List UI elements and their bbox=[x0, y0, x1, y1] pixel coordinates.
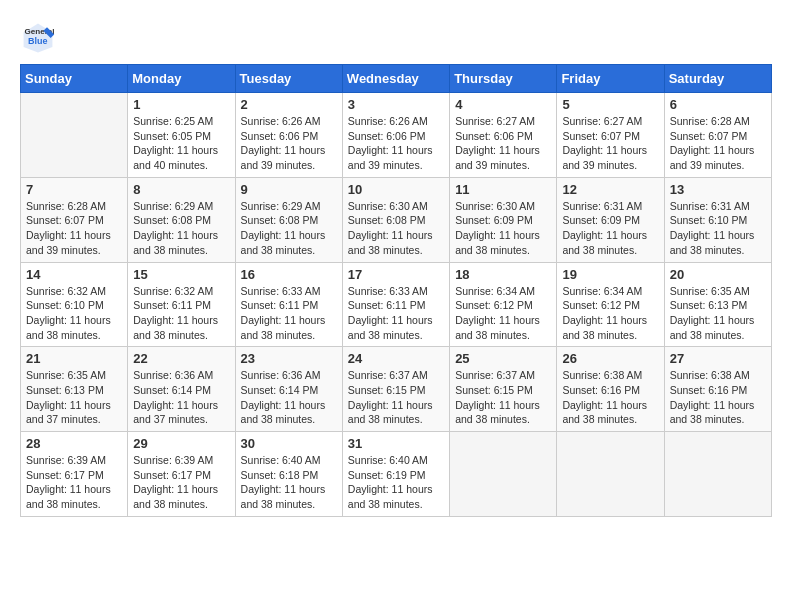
calendar-cell: 30Sunrise: 6:40 AMSunset: 6:18 PMDayligh… bbox=[235, 432, 342, 517]
daylight: Daylight: 11 hours and 38 minutes. bbox=[133, 228, 229, 257]
sunrise: Sunrise: 6:29 AM bbox=[241, 199, 337, 214]
sunset: Sunset: 6:14 PM bbox=[133, 383, 229, 398]
daylight: Daylight: 11 hours and 38 minutes. bbox=[670, 398, 766, 427]
calendar-cell: 18Sunrise: 6:34 AMSunset: 6:12 PMDayligh… bbox=[450, 262, 557, 347]
sunrise: Sunrise: 6:38 AM bbox=[670, 368, 766, 383]
day-number: 29 bbox=[133, 436, 229, 451]
sunset: Sunset: 6:07 PM bbox=[26, 213, 122, 228]
sunset: Sunset: 6:18 PM bbox=[241, 468, 337, 483]
calendar-cell: 15Sunrise: 6:32 AMSunset: 6:11 PMDayligh… bbox=[128, 262, 235, 347]
weekday-header-tuesday: Tuesday bbox=[235, 65, 342, 93]
daylight: Daylight: 11 hours and 38 minutes. bbox=[348, 398, 444, 427]
calendar-cell: 2Sunrise: 6:26 AMSunset: 6:06 PMDaylight… bbox=[235, 93, 342, 178]
calendar-cell: 27Sunrise: 6:38 AMSunset: 6:16 PMDayligh… bbox=[664, 347, 771, 432]
sunset: Sunset: 6:12 PM bbox=[562, 298, 658, 313]
day-number: 27 bbox=[670, 351, 766, 366]
day-info: Sunrise: 6:36 AMSunset: 6:14 PMDaylight:… bbox=[241, 368, 337, 427]
day-info: Sunrise: 6:26 AMSunset: 6:06 PMDaylight:… bbox=[241, 114, 337, 173]
calendar-cell: 24Sunrise: 6:37 AMSunset: 6:15 PMDayligh… bbox=[342, 347, 449, 432]
sunset: Sunset: 6:15 PM bbox=[455, 383, 551, 398]
calendar-cell bbox=[21, 93, 128, 178]
daylight: Daylight: 11 hours and 39 minutes. bbox=[562, 143, 658, 172]
weekday-header-friday: Friday bbox=[557, 65, 664, 93]
daylight: Daylight: 11 hours and 38 minutes. bbox=[348, 313, 444, 342]
day-number: 15 bbox=[133, 267, 229, 282]
daylight: Daylight: 11 hours and 38 minutes. bbox=[348, 482, 444, 511]
day-number: 12 bbox=[562, 182, 658, 197]
calendar-cell: 23Sunrise: 6:36 AMSunset: 6:14 PMDayligh… bbox=[235, 347, 342, 432]
sunset: Sunset: 6:08 PM bbox=[133, 213, 229, 228]
sunrise: Sunrise: 6:31 AM bbox=[670, 199, 766, 214]
sunrise: Sunrise: 6:28 AM bbox=[670, 114, 766, 129]
weekday-header-sunday: Sunday bbox=[21, 65, 128, 93]
calendar-cell: 21Sunrise: 6:35 AMSunset: 6:13 PMDayligh… bbox=[21, 347, 128, 432]
calendar-cell: 26Sunrise: 6:38 AMSunset: 6:16 PMDayligh… bbox=[557, 347, 664, 432]
sunrise: Sunrise: 6:35 AM bbox=[670, 284, 766, 299]
daylight: Daylight: 11 hours and 39 minutes. bbox=[348, 143, 444, 172]
day-info: Sunrise: 6:36 AMSunset: 6:14 PMDaylight:… bbox=[133, 368, 229, 427]
sunset: Sunset: 6:05 PM bbox=[133, 129, 229, 144]
day-info: Sunrise: 6:26 AMSunset: 6:06 PMDaylight:… bbox=[348, 114, 444, 173]
sunset: Sunset: 6:07 PM bbox=[562, 129, 658, 144]
daylight: Daylight: 11 hours and 38 minutes. bbox=[562, 398, 658, 427]
day-number: 13 bbox=[670, 182, 766, 197]
daylight: Daylight: 11 hours and 38 minutes. bbox=[562, 313, 658, 342]
sunrise: Sunrise: 6:32 AM bbox=[26, 284, 122, 299]
day-info: Sunrise: 6:40 AMSunset: 6:18 PMDaylight:… bbox=[241, 453, 337, 512]
day-info: Sunrise: 6:25 AMSunset: 6:05 PMDaylight:… bbox=[133, 114, 229, 173]
day-info: Sunrise: 6:39 AMSunset: 6:17 PMDaylight:… bbox=[133, 453, 229, 512]
calendar-week-4: 21Sunrise: 6:35 AMSunset: 6:13 PMDayligh… bbox=[21, 347, 772, 432]
day-number: 23 bbox=[241, 351, 337, 366]
sunset: Sunset: 6:06 PM bbox=[348, 129, 444, 144]
sunrise: Sunrise: 6:37 AM bbox=[455, 368, 551, 383]
daylight: Daylight: 11 hours and 38 minutes. bbox=[241, 398, 337, 427]
daylight: Daylight: 11 hours and 38 minutes. bbox=[562, 228, 658, 257]
day-number: 6 bbox=[670, 97, 766, 112]
day-number: 7 bbox=[26, 182, 122, 197]
day-number: 19 bbox=[562, 267, 658, 282]
calendar-cell: 8Sunrise: 6:29 AMSunset: 6:08 PMDaylight… bbox=[128, 177, 235, 262]
calendar-cell: 14Sunrise: 6:32 AMSunset: 6:10 PMDayligh… bbox=[21, 262, 128, 347]
day-info: Sunrise: 6:30 AMSunset: 6:09 PMDaylight:… bbox=[455, 199, 551, 258]
daylight: Daylight: 11 hours and 38 minutes. bbox=[133, 313, 229, 342]
calendar-week-1: 1Sunrise: 6:25 AMSunset: 6:05 PMDaylight… bbox=[21, 93, 772, 178]
sunset: Sunset: 6:16 PM bbox=[562, 383, 658, 398]
daylight: Daylight: 11 hours and 39 minutes. bbox=[241, 143, 337, 172]
day-number: 11 bbox=[455, 182, 551, 197]
day-number: 5 bbox=[562, 97, 658, 112]
sunrise: Sunrise: 6:27 AM bbox=[455, 114, 551, 129]
sunset: Sunset: 6:19 PM bbox=[348, 468, 444, 483]
daylight: Daylight: 11 hours and 38 minutes. bbox=[455, 228, 551, 257]
sunrise: Sunrise: 6:27 AM bbox=[562, 114, 658, 129]
sunset: Sunset: 6:07 PM bbox=[670, 129, 766, 144]
daylight: Daylight: 11 hours and 38 minutes. bbox=[455, 313, 551, 342]
day-number: 4 bbox=[455, 97, 551, 112]
daylight: Daylight: 11 hours and 38 minutes. bbox=[241, 228, 337, 257]
day-info: Sunrise: 6:34 AMSunset: 6:12 PMDaylight:… bbox=[455, 284, 551, 343]
calendar-cell: 9Sunrise: 6:29 AMSunset: 6:08 PMDaylight… bbox=[235, 177, 342, 262]
day-info: Sunrise: 6:32 AMSunset: 6:10 PMDaylight:… bbox=[26, 284, 122, 343]
day-info: Sunrise: 6:31 AMSunset: 6:10 PMDaylight:… bbox=[670, 199, 766, 258]
sunset: Sunset: 6:06 PM bbox=[455, 129, 551, 144]
day-info: Sunrise: 6:37 AMSunset: 6:15 PMDaylight:… bbox=[455, 368, 551, 427]
day-number: 18 bbox=[455, 267, 551, 282]
daylight: Daylight: 11 hours and 38 minutes. bbox=[348, 228, 444, 257]
sunrise: Sunrise: 6:34 AM bbox=[455, 284, 551, 299]
daylight: Daylight: 11 hours and 38 minutes. bbox=[670, 228, 766, 257]
day-info: Sunrise: 6:39 AMSunset: 6:17 PMDaylight:… bbox=[26, 453, 122, 512]
calendar-cell: 4Sunrise: 6:27 AMSunset: 6:06 PMDaylight… bbox=[450, 93, 557, 178]
sunset: Sunset: 6:11 PM bbox=[241, 298, 337, 313]
day-number: 21 bbox=[26, 351, 122, 366]
day-number: 3 bbox=[348, 97, 444, 112]
sunrise: Sunrise: 6:36 AM bbox=[241, 368, 337, 383]
daylight: Daylight: 11 hours and 39 minutes. bbox=[455, 143, 551, 172]
calendar-week-5: 28Sunrise: 6:39 AMSunset: 6:17 PMDayligh… bbox=[21, 432, 772, 517]
sunrise: Sunrise: 6:40 AM bbox=[348, 453, 444, 468]
weekday-header-wednesday: Wednesday bbox=[342, 65, 449, 93]
sunrise: Sunrise: 6:30 AM bbox=[455, 199, 551, 214]
day-info: Sunrise: 6:37 AMSunset: 6:15 PMDaylight:… bbox=[348, 368, 444, 427]
sunrise: Sunrise: 6:28 AM bbox=[26, 199, 122, 214]
sunrise: Sunrise: 6:32 AM bbox=[133, 284, 229, 299]
calendar-cell: 28Sunrise: 6:39 AMSunset: 6:17 PMDayligh… bbox=[21, 432, 128, 517]
sunrise: Sunrise: 6:31 AM bbox=[562, 199, 658, 214]
